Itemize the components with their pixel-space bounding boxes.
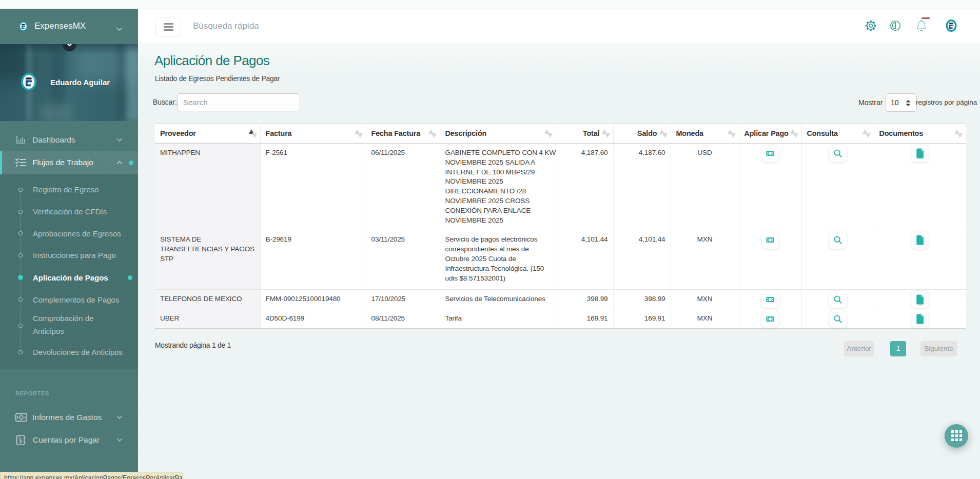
svg-text:$: $ <box>19 438 22 444</box>
